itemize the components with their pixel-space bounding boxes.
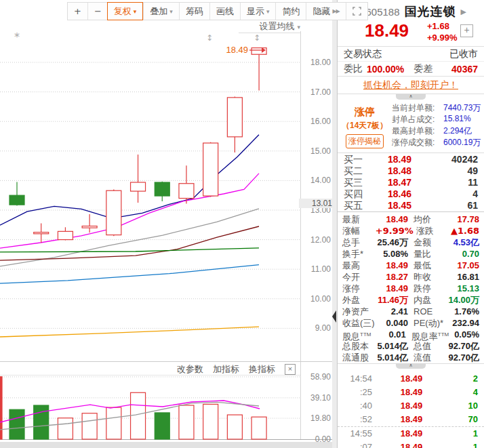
axis-tick-label: 16.00 — [301, 117, 331, 126]
add-to-watchlist-button[interactable]: + — [460, 24, 473, 37]
draw-line-button[interactable]: 画线 — [209, 3, 240, 20]
axis-tick-label: 39.10 — [301, 393, 331, 403]
order-ratio-row: 委比 100.00% 委差 40367 — [338, 61, 484, 76]
axis-tick-label: 17.00 — [301, 87, 331, 97]
svg-text:↕: ↕ — [206, 33, 213, 43]
axis-tick-label: 0.00 — [301, 434, 331, 444]
weibi-value: 100.00% — [367, 64, 404, 75]
adjust-price-button[interactable]: 复权 ▾ — [107, 2, 144, 20]
stats-row: 外盘 11.46万 内盘 14.00万 — [338, 294, 484, 306]
weicha-value: 40367 — [451, 64, 478, 75]
tick-by-tick-list[interactable]: 14:54 18.49 2 :25 18.49 4 :40 18.49 10 :… — [338, 371, 484, 448]
ma-settings-button[interactable]: 设置均线▾ — [239, 20, 300, 33]
zoom-out-button[interactable]: − — [87, 3, 108, 20]
limit-up-stat-row: 当前封单额: 7440.73万 — [392, 102, 481, 114]
stats-row: 净资产 2.41 ROE 1.76% — [338, 306, 484, 317]
axis-tick-label: 9.00 — [301, 323, 331, 333]
stats-row: 换手* 5.08% 量比 0.70 — [338, 248, 484, 260]
bid-row: 买一 18.49 40242 — [338, 154, 484, 165]
bid-row: 买五 18.45 61 — [338, 200, 484, 211]
simple-mode-button[interactable]: 简约 — [275, 3, 306, 20]
axis-tick-label: 10.00 — [301, 294, 331, 304]
change-percent: +9.99% — [427, 32, 457, 43]
chart-toolbar: + − 复权 ▾ 叠加 ▾ 筹码 画线 显示 ▾ 简约 隐藏 ▶▶ — [67, 2, 368, 20]
tick-row: 14:54 18.49 2 — [338, 372, 484, 386]
stats-row: 总股本 5.014亿 总值 92.70亿 — [338, 340, 484, 352]
tick-row: :52 18.49 70 — [338, 413, 484, 426]
tick-section-divider: ∧ — [338, 363, 484, 371]
collapse-panel-icon[interactable] — [332, 310, 336, 323]
adjust-price-label: 复权 — [114, 5, 132, 18]
stock-name: 国光连锁 — [405, 3, 456, 20]
indicator-toolbar: 改参数 加指标 换指标 × — [0, 363, 296, 375]
chevron-down-icon: ▾ — [169, 8, 173, 15]
zoom-in-button[interactable]: + — [68, 3, 87, 20]
tick-row: 14:55 18.49 1 — [338, 426, 484, 441]
axis-tick-label: 14.00 — [301, 176, 331, 185]
stock-code: 605188 — [365, 6, 399, 18]
trade-status-label: 交易状态 — [344, 48, 382, 60]
limit-up-stats: 当前封单额: 7440.73万 封单占成交: 15.81% 最高封单额: 2.2… — [392, 102, 481, 148]
limit-up-left: 涨停 （14天7板） 涨停揭秘 — [339, 106, 390, 148]
bid-levels: 买一 18.49 40242 买二 18.48 49 买三 18.47 11 买… — [338, 152, 484, 211]
limit-up-title: 涨停 — [339, 106, 390, 119]
collapse-up-icon[interactable]: ∧ — [396, 363, 426, 369]
hide-panel-button[interactable]: 隐藏 ▶▶ — [306, 3, 345, 20]
bid-row: 买四 18.46 4 — [338, 188, 484, 200]
double-arrow-right-icon: ▶▶ — [332, 8, 339, 14]
chip-distribution-button[interactable]: 筹码 — [179, 3, 209, 20]
limit-up-subtitle: （14天7板） — [339, 120, 390, 131]
quote-panel: ◀ 605188 国光连锁 ▶ 18.49 +1.68 +9.99% + 交易状… — [337, 0, 484, 448]
limit-up-stat-row: 涨停成交额: 6000.19万 — [392, 137, 481, 148]
chevron-down-icon: ▾ — [266, 8, 270, 15]
display-button[interactable]: 显示 ▾ — [240, 3, 276, 20]
axis-tick-label: 12.00 — [301, 235, 331, 245]
axis-tick-label: 58.90 — [301, 372, 331, 382]
chevron-down-icon: ▾ — [134, 8, 137, 15]
svg-text:18.49: 18.49 — [226, 45, 248, 55]
axis-tick-label: 11.00 — [301, 264, 331, 274]
next-stock-icon[interactable]: ▶ — [461, 7, 466, 16]
open-account-row: 抓住机会，即刻开户！ — [338, 76, 484, 94]
collapse-up-icon[interactable]: ∧ — [396, 94, 426, 100]
fullscreen-button[interactable] — [346, 3, 367, 20]
trade-status-row: 交易状态 已收市 — [338, 46, 484, 61]
svg-text:↕: ↕ — [254, 33, 260, 43]
chevron-down-icon: ▾ — [297, 24, 300, 30]
overlay-button[interactable]: 叠加 ▾ — [143, 3, 179, 20]
stats-row: 收益(三) 0.040 PE(动)* 232.94 — [338, 317, 484, 329]
time-axis-strip — [0, 442, 332, 448]
stats-row: 涨幅 +9.99% 涨跌 ▲1.68 — [338, 225, 484, 237]
fullscreen-icon — [352, 7, 361, 16]
close-indicator-icon[interactable]: × — [285, 364, 296, 375]
bid-row: 买三 18.47 11 — [338, 177, 484, 188]
stats-row: 今开 18.27 昨收 16.81 — [338, 271, 484, 283]
axis-tick-label: 19.80 — [301, 413, 331, 423]
limit-up-stat-row: 最高封单额: 2.294亿 — [392, 125, 481, 137]
tick-row: :40 18.49 10 — [338, 399, 484, 413]
switch-indicator-button[interactable]: 换指标 — [249, 363, 275, 375]
tick-row: :07 18.49 1 — [338, 441, 484, 448]
stats-grid: 最新 18.49 均价 17.78 涨幅 +9.99% 涨跌 ▲1.68 总手 … — [338, 211, 484, 363]
candlestick-chart[interactable]: *↕↕18.49 — [0, 0, 337, 448]
change-value: +1.68 — [427, 20, 457, 32]
add-indicator-button[interactable]: 加指标 — [213, 363, 239, 375]
axis-tick-label: 13.01 — [299, 199, 334, 208]
limit-up-reveal-button[interactable]: 涨停揭秘 — [346, 134, 384, 148]
limit-up-stat-row: 封单占成交: 15.81% — [392, 114, 481, 125]
price-summary: 18.49 +1.68 +9.99% + — [338, 19, 484, 46]
open-account-link[interactable]: 抓住机会，即刻开户！ — [363, 79, 458, 91]
stats-row: 流通股 5.014亿 流值 92.70亿 — [338, 352, 484, 363]
panel-divider — [332, 0, 337, 448]
price-change: +1.68 +9.99% — [427, 20, 457, 43]
bid-row: 买二 18.48 49 — [338, 165, 484, 177]
axis-tick-label: 18.00 — [301, 58, 331, 67]
tick-row: :25 18.49 4 — [338, 386, 484, 399]
weicha-label: 委差 — [414, 63, 432, 75]
app-window: *↕↕18.49 18.0017.0016.0015.0014.0013.001… — [0, 0, 484, 448]
svg-text:*: * — [14, 30, 20, 43]
change-params-button[interactable]: 改参数 — [177, 363, 203, 375]
stats-row: 总手 25.46万 金额 4.53亿 — [338, 237, 484, 248]
limit-up-panel: ∧ 涨停 （14天7板） 涨停揭秘 当前封单额: 7440.73万 封单占成交:… — [338, 94, 484, 152]
trade-status-value: 已收市 — [449, 48, 478, 60]
